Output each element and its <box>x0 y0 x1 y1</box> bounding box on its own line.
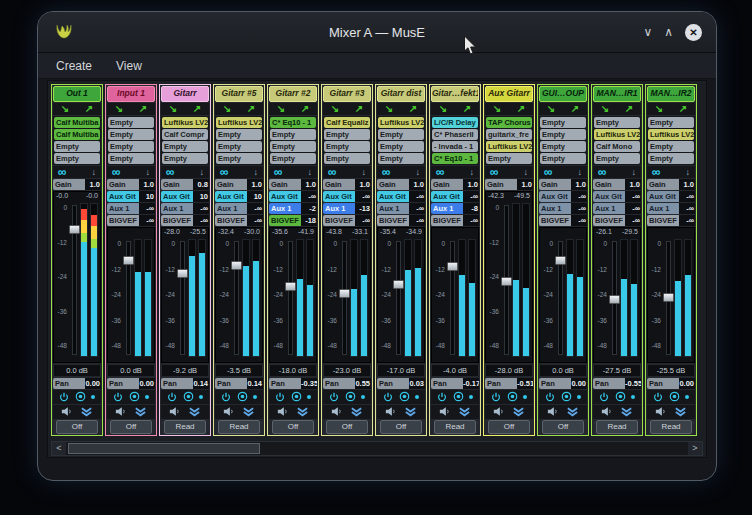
monitor-speaker-button[interactable] <box>115 403 127 421</box>
effect-slot[interactable]: Empty <box>324 141 370 152</box>
aux-send-button[interactable]: Aux Git 10 <box>161 191 209 202</box>
track-name-button[interactable]: Gitarr #2 <box>269 86 317 102</box>
record-dot-icon[interactable] <box>685 395 689 399</box>
stereo-link-icon[interactable]: ∞ <box>112 167 121 177</box>
aux-send-button[interactable]: Aux 1 -8 <box>431 203 479 214</box>
route-output-icon[interactable]: ↗ <box>85 104 93 114</box>
automation-button[interactable]: Off <box>272 420 314 434</box>
close-button[interactable]: ✕ <box>685 24 702 41</box>
effect-slot[interactable]: Empty <box>540 129 586 140</box>
routing-chevrons-button[interactable] <box>404 403 417 421</box>
aux-send-button[interactable]: Aux Git -∞ <box>269 191 317 202</box>
effect-slot[interactable]: Luftikus LV2 <box>378 117 424 128</box>
scrollbar-track[interactable] <box>66 442 688 455</box>
route-output-icon[interactable]: ↗ <box>193 104 201 114</box>
volume-fader[interactable] <box>609 239 618 359</box>
effect-slot[interactable]: Empty <box>216 153 262 164</box>
gain-control[interactable]: Gain 1.0 <box>377 179 425 190</box>
automation-button[interactable]: Off <box>56 420 98 434</box>
fader-handle[interactable] <box>609 295 620 304</box>
fader-handle[interactable] <box>339 289 350 298</box>
gain-control[interactable]: Gain 1.0 <box>647 179 695 190</box>
gain-control[interactable]: Gain 1.0 <box>269 179 317 190</box>
effect-slot[interactable]: Empty <box>270 153 316 164</box>
route-output-icon[interactable]: ↗ <box>625 104 633 114</box>
route-input-icon[interactable]: ↘ <box>655 104 663 114</box>
gain-control[interactable]: Gain 1.0 <box>215 179 263 190</box>
fader-handle[interactable] <box>663 293 674 302</box>
peak-readout[interactable] <box>108 228 154 238</box>
aux-send-button[interactable]: Aux 1 -∞ <box>215 203 263 214</box>
aux-send-button[interactable]: Aux 1 -∞ <box>647 203 695 214</box>
stereo-link-icon[interactable]: ∞ <box>652 167 661 177</box>
aux-send-button[interactable]: Aux Git -∞ <box>431 191 479 202</box>
aux-send-button[interactable]: BIGVEF -∞ <box>539 215 587 226</box>
route-output-icon[interactable]: ↗ <box>355 104 363 114</box>
record-dot-icon[interactable] <box>523 395 527 399</box>
fader-handle[interactable] <box>393 280 404 289</box>
effect-slot[interactable]: C* PhaserII <box>432 129 478 140</box>
route-buttons[interactable]: ↘ ↗ <box>539 103 587 115</box>
automation-button[interactable]: Off <box>326 420 368 434</box>
route-output-icon[interactable]: ↗ <box>409 104 417 114</box>
routing-chevrons-button[interactable] <box>674 403 687 421</box>
effect-slot[interactable]: Empty <box>648 153 694 164</box>
route-input-icon[interactable]: ↘ <box>439 104 447 114</box>
gain-control[interactable]: Gain 1.0 <box>323 179 371 190</box>
track-name-button[interactable]: Gitarr #3 <box>323 86 371 102</box>
effect-slot[interactable]: Empty <box>378 141 424 152</box>
aux-send-button[interactable]: Aux 1 -2 <box>269 203 317 214</box>
route-buttons[interactable]: ↘ ↗ <box>269 103 317 115</box>
effect-slot[interactable]: Empty <box>270 129 316 140</box>
stereo-link-icon[interactable]: ∞ <box>274 167 283 177</box>
effect-slot[interactable]: guitarix_fre <box>486 129 532 140</box>
menu-create[interactable]: Create <box>56 59 92 73</box>
stereo-link-icon[interactable]: ∞ <box>328 167 337 177</box>
route-buttons[interactable]: ↘ ↗ <box>323 103 371 115</box>
gain-control[interactable]: Gain 1.0 <box>593 179 641 190</box>
effect-slot[interactable]: Calf Multiba <box>54 117 100 128</box>
aux-send-button[interactable]: BIGVEF -∞ <box>161 215 209 226</box>
aux-send-button[interactable]: Aux Git -∞ <box>539 191 587 202</box>
route-buttons[interactable]: ↘ ↗ <box>53 103 101 115</box>
track-name-button[interactable]: MAN…IR2 <box>647 86 695 102</box>
routing-chevrons-button[interactable] <box>350 403 363 421</box>
route-buttons[interactable]: ↘ ↗ <box>377 103 425 115</box>
downmix-icon[interactable]: ↓ <box>146 167 151 177</box>
aux-send-button[interactable]: Aux Git -∞ <box>377 191 425 202</box>
volume-fader[interactable] <box>339 239 348 359</box>
downmix-icon[interactable]: ↓ <box>254 167 259 177</box>
effect-slot[interactable]: Calf Mono <box>594 141 640 152</box>
track-name-button[interactable]: Gitarr <box>161 86 209 102</box>
route-buttons[interactable]: ↘ ↗ <box>647 103 695 115</box>
record-dot-icon[interactable] <box>469 395 473 399</box>
routing-chevrons-button[interactable] <box>512 403 525 421</box>
stereo-link-icon[interactable]: ∞ <box>544 167 553 177</box>
scroll-right-button[interactable]: > <box>688 442 702 455</box>
track-name-button[interactable]: Gitarr dist <box>377 86 425 102</box>
effect-slot[interactable]: Empty <box>108 153 154 164</box>
volume-fader[interactable] <box>663 239 672 359</box>
effect-slot[interactable]: Empty <box>216 129 262 140</box>
monitor-speaker-button[interactable] <box>277 403 289 421</box>
route-input-icon[interactable]: ↘ <box>385 104 393 114</box>
effect-slot[interactable]: Empty <box>108 129 154 140</box>
volume-readout[interactable]: -17.0 dB <box>377 364 425 377</box>
aux-send-button[interactable]: Aux 1 -∞ <box>539 203 587 214</box>
effect-slot[interactable]: Empty <box>324 129 370 140</box>
aux-send-button[interactable]: Aux 1 -13 <box>323 203 371 214</box>
route-input-icon[interactable]: ↘ <box>277 104 285 114</box>
stereo-link-icon[interactable]: ∞ <box>598 167 607 177</box>
effect-slot[interactable]: Empty <box>162 153 208 164</box>
volume-readout[interactable]: -25.5 dB <box>647 364 695 377</box>
gain-control[interactable]: Gain 1.0 <box>539 179 587 190</box>
routing-chevrons-button[interactable] <box>134 403 147 421</box>
volume-readout[interactable]: 0.0 dB <box>539 364 587 377</box>
automation-button[interactable]: Off <box>488 420 530 434</box>
effect-slot[interactable]: Empty <box>108 117 154 128</box>
fader-handle[interactable] <box>231 261 242 270</box>
stereo-link-icon[interactable]: ∞ <box>166 167 175 177</box>
effect-slot[interactable]: Empty <box>162 141 208 152</box>
volume-readout[interactable]: -28.0 dB <box>485 364 533 377</box>
monitor-speaker-button[interactable] <box>601 403 613 421</box>
